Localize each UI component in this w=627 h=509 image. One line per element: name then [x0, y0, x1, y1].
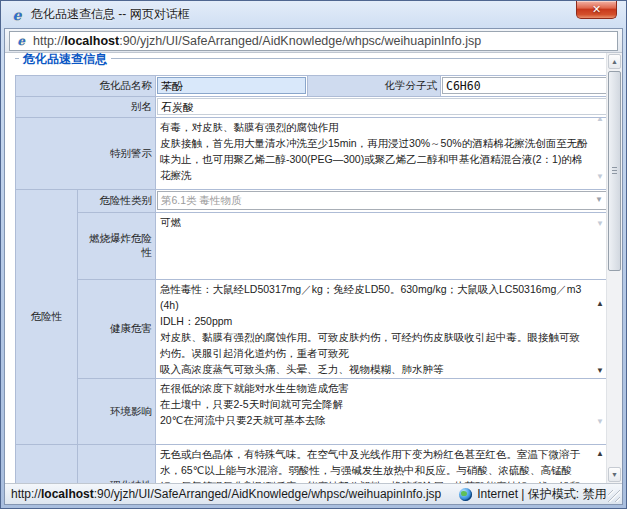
status-bar: http://localhost:90/yjzh/UI/SafeArranged…	[5, 483, 622, 504]
page-scrollbar[interactable]: ▲ ▼	[606, 53, 622, 483]
url-path: :90/yjzh/UI/SafeArranged/AidKnowledge/wh…	[119, 34, 481, 48]
formula-input[interactable]: C6H60	[442, 77, 606, 94]
table-row: 理化特性 无色或白色晶体，有特殊气味。在空气中及光线作用下变为粉红色甚至红色。室…	[16, 445, 607, 484]
name-label: 危化品名称	[16, 76, 156, 97]
scroll-up-icon[interactable]: ▲	[596, 299, 604, 308]
info-group-box: 危化品速查信息	[15, 58, 604, 71]
next-group-cell	[16, 445, 78, 484]
zone-text: Internet | 保护模式: 禁用	[477, 486, 606, 503]
ie-icon: e	[9, 7, 25, 23]
formula-label: 化学分子式	[308, 76, 441, 97]
hazard-class-value: 第6.1类 毒性物质	[161, 194, 242, 208]
security-zone: Internet | 保护模式: 禁用	[459, 486, 606, 503]
hazard-class-select[interactable]: 第6.1类 毒性物质 ▼	[157, 191, 606, 210]
explosion-cell: 可燃 ▲ ▼	[156, 213, 607, 280]
table-row: 别名 石炭酸	[16, 97, 607, 118]
physchem-label: 理化特性	[78, 445, 156, 484]
alias-input[interactable]: 石炭酸	[157, 98, 606, 115]
explosion-textarea[interactable]: 可燃	[156, 213, 606, 231]
resize-grip[interactable]	[608, 490, 620, 502]
status-url-prefix: http://	[11, 487, 41, 501]
alias-cell: 石炭酸	[156, 97, 607, 118]
scrollbar-thumb[interactable]	[608, 71, 621, 271]
chemical-info-table: 危化品名称 苯酚 化学分子式 C6H60 别名 石炭酸	[15, 75, 606, 483]
scrollbar-down-button[interactable]: ▼	[608, 467, 621, 482]
section-title: 危化品速查信息	[19, 53, 111, 68]
page-content: 危化品速查信息 危化品名称 苯酚 化学分子式 C6H60	[5, 53, 622, 483]
special-warning-textarea[interactable]: 有毒，对皮肤、黏膜有强烈的腐蚀作用 皮肤接触，首先用大量清水冲洗至少15min，…	[156, 118, 606, 184]
formula-cell: C6H60	[441, 76, 607, 97]
close-button[interactable]: ✕	[576, 1, 617, 19]
special-warning-label: 特别警示	[16, 118, 156, 190]
explosion-label: 燃烧爆炸危险性	[78, 213, 156, 280]
page-viewport: 危化品速查信息 危化品名称 苯酚 化学分子式 C6H60	[5, 53, 606, 483]
ie-page-icon: e	[14, 34, 28, 48]
status-url-host: localhost	[41, 487, 94, 501]
scroll-down-icon[interactable]: ▼	[596, 219, 604, 229]
dialog-window: e 危化品速查信息 -- 网页对话框 ✕ e http://localhost:…	[0, 0, 627, 509]
scroll-down-icon[interactable]: ▼	[596, 172, 604, 182]
table-row: 环境影响 在很低的浓度下就能对水生生物造成危害 在土壤中，只要2-5天时间就可完…	[16, 379, 607, 445]
dialog-body: e http://localhost:90/yjzh/UI/SafeArrang…	[4, 28, 623, 505]
scrollbar-up-button[interactable]: ▲	[608, 54, 621, 69]
physchem-cell: 无色或白色晶体，有特殊气味。在空气中及光线作用下变为粉红色甚至红色。室温下微溶于…	[156, 445, 607, 484]
title-bar[interactable]: e 危化品速查信息 -- 网页对话框 ✕	[1, 1, 626, 28]
table-row: 危化品名称 苯酚 化学分子式 C6H60	[16, 76, 607, 97]
health-textarea[interactable]: 急性毒性：大鼠经LD50317mg／kg；兔经皮LD50。630mg/kg；大鼠…	[156, 280, 606, 378]
hazard-group-label: 危险性	[16, 190, 78, 445]
environment-label: 环境影响	[78, 379, 156, 445]
url-host: localhost	[64, 34, 119, 48]
url-prefix: http://	[33, 34, 64, 48]
table-row: 健康危害 急性毒性：大鼠经LD50317mg／kg；兔经皮LD50。630mg/…	[16, 280, 607, 379]
window-title: 危化品速查信息 -- 网页对话框	[31, 6, 190, 23]
table-row: 燃烧爆炸危险性 可燃 ▲ ▼	[16, 213, 607, 280]
alias-label: 别名	[16, 97, 156, 118]
table-row: 特别警示 有毒，对皮肤、黏膜有强烈的腐蚀作用 皮肤接触，首先用大量清水冲洗至少1…	[16, 118, 607, 190]
scroll-down-icon[interactable]: ▼	[596, 417, 604, 427]
table-row: 危险性 危险性类别 第6.1类 毒性物质 ▼	[16, 190, 607, 213]
window-frame-bottom	[1, 505, 626, 508]
physchem-textarea[interactable]: 无色或白色晶体，有特殊气味。在空气中及光线作用下变为粉红色甚至红色。室温下微溶于…	[156, 445, 606, 483]
scroll-up-icon[interactable]: ▲	[596, 118, 604, 124]
hazard-class-label: 危险性类别	[78, 190, 156, 213]
status-url-path: :90/yjzh/UI/SafeArranged/AidKnowledge/wh…	[94, 487, 442, 501]
status-url: http://localhost:90/yjzh/UI/SafeArranged…	[11, 487, 441, 501]
special-warning-cell: 有毒，对皮肤、黏膜有强烈的腐蚀作用 皮肤接触，首先用大量清水冲洗至少15min，…	[156, 118, 607, 190]
scroll-down-icon[interactable]: ▼	[596, 366, 604, 376]
address-input[interactable]: e http://localhost:90/yjzh/UI/SafeArrang…	[9, 31, 618, 51]
name-cell: 苯酚	[156, 76, 308, 97]
hazard-class-cell: 第6.1类 毒性物质 ▼	[156, 190, 607, 213]
internet-globe-icon	[459, 488, 472, 501]
address-bar: e http://localhost:90/yjzh/UI/SafeArrang…	[5, 29, 622, 53]
health-cell: 急性毒性：大鼠经LD50317mg／kg；兔经皮LD50。630mg/kg；大鼠…	[156, 280, 607, 379]
health-label: 健康危害	[78, 280, 156, 379]
environment-cell: 在很低的浓度下就能对水生生物造成危害 在土壤中，只要2-5天时间就可完全降解 2…	[156, 379, 607, 445]
environment-textarea[interactable]: 在很低的浓度下就能对水生生物造成危害 在土壤中，只要2-5天时间就可完全降解 2…	[156, 379, 606, 429]
name-input[interactable]: 苯酚	[157, 77, 306, 94]
scroll-up-icon[interactable]: ▲	[596, 449, 604, 458]
dropdown-arrow-icon[interactable]: ▼	[595, 195, 603, 204]
